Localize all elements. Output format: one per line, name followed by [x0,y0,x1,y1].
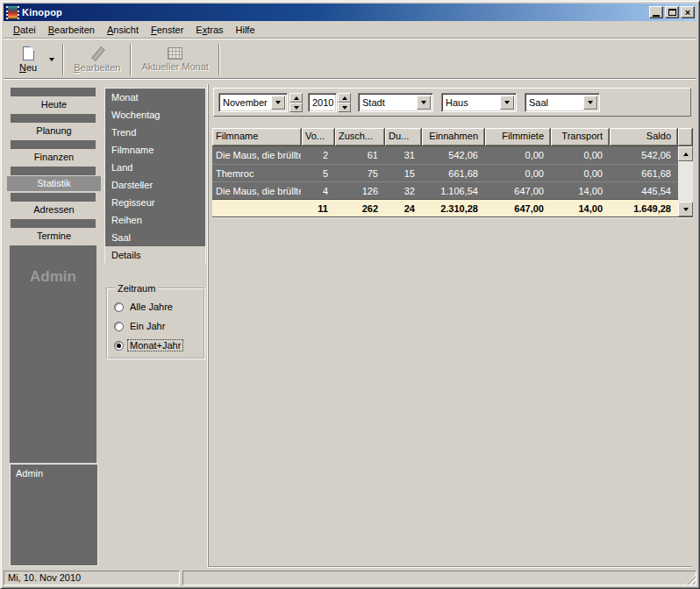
year-input[interactable]: 2010 [308,93,337,112]
spin-up-button[interactable] [289,93,303,103]
sidebar-item-termine[interactable]: Termine [4,219,104,245]
sidebar-item-statistik[interactable]: Statistik [4,167,104,193]
haus-combobox[interactable]: Haus [441,93,517,112]
radio-alle-jahre[interactable]: Alle Jahre [114,297,204,316]
year-spinner[interactable] [338,93,351,112]
chevron-down-icon [421,101,426,104]
admin-section-panel: Admin [10,245,96,463]
toolbar-separator [62,44,64,75]
stadt-combobox[interactable]: Stadt [358,93,433,112]
column-header-filmname[interactable]: Filmname [212,128,302,145]
zeitraum-legend: Zeitraum [115,283,158,294]
scroll-up-button[interactable] [678,146,693,161]
current-month-button[interactable]: Aktueller Monat [134,42,215,77]
column-header-transport[interactable]: Transport [551,128,610,145]
cell-zusch: 262 [335,200,385,216]
sidebar-nav: Heute Planung Finanzen Statistik Adresse… [4,81,104,571]
month-spinner[interactable] [289,93,303,112]
menu-bearbeiten[interactable]: Bearbeiten [42,23,101,37]
spin-down-button[interactable] [289,103,303,112]
column-header-saldo[interactable]: Saldo [610,128,678,145]
title-bar[interactable]: Kinopop × [4,4,696,21]
view-item-saal[interactable]: Saal [105,229,205,246]
table-body: Die Maus, die brüllte 2 61 31 542,06 0,0… [212,146,678,216]
new-document-icon [23,46,34,60]
menu-ansicht[interactable]: Ansicht [101,23,145,37]
cell-du: 32 [385,182,422,199]
cell-transport: 0,00 [551,165,610,181]
maximize-icon [668,9,676,16]
view-item-monat[interactable]: Monat [105,89,205,106]
menu-extras[interactable]: Extras [189,23,229,37]
zeitraum-groupbox: Zeitraum Alle Jahre Ein Jahr Monat+Jahr [106,283,205,359]
table-row[interactable]: Die Maus, die brüllte 4 126 32 1.106,54 … [212,181,678,199]
triangle-up-icon [683,153,689,156]
view-item-reihen[interactable]: Reihen [105,211,205,229]
toolbar-separator [218,44,220,75]
minimize-button[interactable] [649,6,663,18]
month-combobox[interactable]: November [218,93,288,112]
haus-dropdown-button[interactable] [500,96,514,110]
sidebar-item-heute[interactable]: Heute [4,88,104,114]
view-item-darsteller[interactable]: Darsteller [105,176,205,194]
table-row[interactable]: Themroc 5 75 15 661,68 0,00 0,00 661,68 [212,164,678,181]
view-item-wochentag[interactable]: Wochentag [105,106,205,124]
view-item-details[interactable]: Details [105,246,205,264]
toolbar-divider [4,78,696,80]
status-bar: Mi, 10. Nov 2010 [4,569,696,585]
column-header-du[interactable]: Du... [385,128,422,145]
new-button[interactable]: Neu [12,42,44,77]
view-item-regisseur[interactable]: Regisseur [105,194,205,211]
edit-button[interactable]: Bearbeiten [67,42,127,77]
spin-down-button[interactable] [338,103,351,112]
cell-filmname: Die Maus, die brüllte [212,182,302,199]
column-header-vo[interactable]: Vo... [302,128,335,145]
chevron-down-icon [275,101,281,104]
view-item-trend[interactable]: Trend [105,124,205,141]
app-window: Kinopop × Datei Bearbeiten Ansicht Fenst… [0,0,700,589]
minimize-icon [653,15,660,17]
close-button[interactable]: × [681,6,695,18]
menu-fenster[interactable]: Fenster [145,23,189,37]
cell-einnahmen: 542,06 [422,146,485,164]
status-date: Mi, 10. Nov 2010 [4,571,180,585]
table-header-row: Filmname Vo... Zusch... Du... Einnahmen … [212,128,693,146]
radio-ein-jahr[interactable]: Ein Jahr [114,316,204,336]
view-item-land[interactable]: Land [105,159,205,176]
admin-section-title: Admin [10,268,96,286]
menu-datei[interactable]: Datei [7,23,42,37]
nav-separator-bar [11,140,96,149]
scrollbar-track[interactable] [678,161,693,202]
toolbar: Neu Bearbeiten Aktueller Monat [4,40,696,78]
cell-vo: 11 [302,200,335,216]
pencil-icon [90,46,104,60]
statistik-view-list: Monat Wochentag Trend Filmname Land Dars… [104,88,206,264]
statistik-table: Filmname Vo... Zusch... Du... Einnahmen … [212,128,693,216]
new-dropdown-button[interactable] [44,42,60,77]
table-scrollbar[interactable] [678,146,693,216]
table-row[interactable]: Die Maus, die brüllte 2 61 31 542,06 0,0… [212,146,678,164]
cell-transport: 0,00 [551,146,610,164]
sidebar-item-finanzen[interactable]: Finanzen [4,140,104,167]
sidebar-item-planung[interactable]: Planung [4,114,104,140]
resize-grip[interactable] [684,573,696,585]
sidebar-item-adressen[interactable]: Adressen [4,193,104,219]
table-total-row: 11 262 24 2.310,28 647,00 14,00 1.649,28 [212,199,678,216]
saal-combobox[interactable]: Saal [525,93,600,112]
column-header-zusch[interactable]: Zusch... [335,128,385,145]
maximize-button[interactable] [665,6,679,18]
saal-dropdown-button[interactable] [583,96,597,110]
menu-hilfe[interactable]: Hilfe [230,23,261,37]
month-dropdown-button[interactable] [271,96,285,110]
scroll-down-button[interactable] [678,202,693,216]
column-header-einnahmen[interactable]: Einnahmen [422,128,485,145]
spin-up-button[interactable] [338,93,351,103]
column-header-filmmiete[interactable]: Filmmiete [485,128,551,145]
cell-zusch: 126 [335,182,385,199]
window-title: Kinopop [22,7,649,18]
cell-filmname [212,200,302,216]
radio-monat-jahr[interactable]: Monat+Jahr [114,336,204,355]
cell-saldo: 1.649,28 [610,200,678,216]
view-item-filmname[interactable]: Filmname [105,141,205,159]
stadt-dropdown-button[interactable] [417,96,431,110]
